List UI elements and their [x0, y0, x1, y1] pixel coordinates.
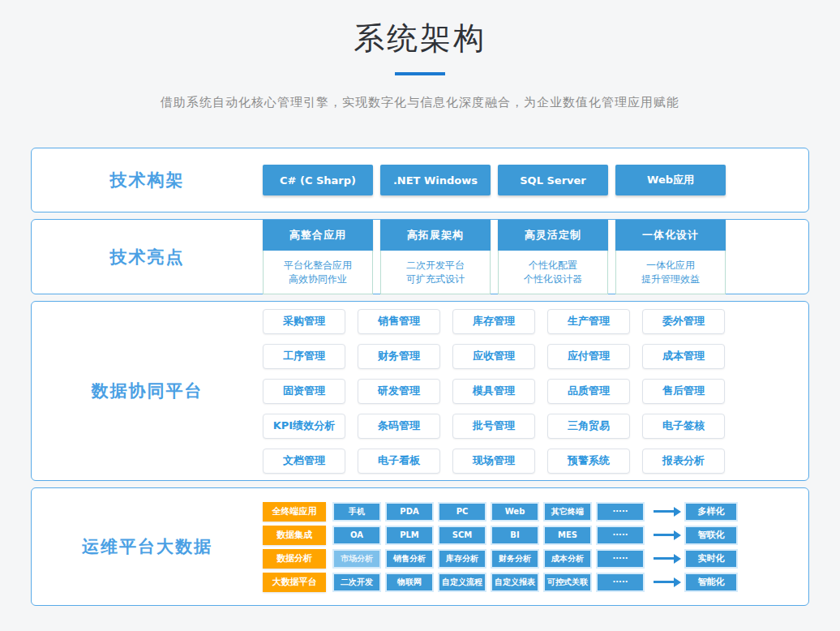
- bigdata-item-button[interactable]: 销售分析: [385, 549, 434, 569]
- bigdata-item-button[interactable]: 二次开发: [332, 573, 381, 592]
- module-button[interactable]: 财务管理: [358, 344, 440, 369]
- module-button[interactable]: 研发管理: [358, 379, 440, 404]
- highlight-card-line: 高效协同作业: [289, 274, 347, 284]
- arrow-head: [674, 577, 681, 587]
- section-label-tech-stack: 技术构架: [32, 148, 263, 212]
- module-button[interactable]: 固资管理: [263, 379, 345, 404]
- bigdata-item-button[interactable]: ·····: [596, 549, 645, 569]
- highlight-card-line: 可扩充式设计: [406, 274, 465, 284]
- module-button[interactable]: 批号管理: [452, 414, 535, 439]
- module-button[interactable]: 条码管理: [358, 414, 440, 439]
- bigdata-category-button[interactable]: 数据分析: [263, 549, 326, 569]
- bigdata-item-button[interactable]: 可控式关联: [543, 573, 592, 592]
- arrow-right-icon: [654, 530, 681, 540]
- module-button[interactable]: 应收管理: [452, 344, 535, 369]
- module-button[interactable]: 电子看板: [358, 449, 440, 474]
- bigdata-item-button[interactable]: 物联网: [385, 573, 434, 592]
- tech-stack-button[interactable]: Web应用: [615, 165, 726, 195]
- module-button[interactable]: 电子签核: [642, 414, 725, 439]
- module-button[interactable]: 应付管理: [547, 344, 630, 369]
- module-button[interactable]: 预警系统: [547, 449, 630, 474]
- highlight-card-line: 一体化应用: [646, 260, 695, 270]
- bigdata-category-button[interactable]: 大数据平台: [263, 573, 326, 592]
- bigdata-item-button[interactable]: BI: [491, 526, 539, 545]
- bigdata-item-button[interactable]: 市场分析: [332, 549, 381, 569]
- bigdata-item-button[interactable]: SCM: [438, 526, 486, 545]
- module-button[interactable]: 售后管理: [642, 379, 725, 404]
- bigdata-row: 数据集成OAPLMSCMBIMES·····智联化: [263, 526, 808, 545]
- bigdata-item-button[interactable]: 库存分析: [438, 549, 486, 569]
- highlight-cards: 高整合应用平台化整合应用高效协同作业高拓展架构二次开发平台可扩充式设计高灵活定制…: [263, 220, 808, 294]
- arrow-right-icon: [654, 507, 681, 517]
- highlight-card-body: 二次开发平台可扩充式设计: [380, 251, 491, 294]
- bigdata-item-button[interactable]: 成本分析: [543, 549, 592, 569]
- tech-stack-button[interactable]: SQL Server: [498, 165, 608, 195]
- section-tech-stack: 技术构架 C# (C Sharp).NET WindowsSQL ServerW…: [31, 148, 809, 212]
- module-button[interactable]: 委外管理: [642, 309, 725, 334]
- bigdata-item-button[interactable]: ·····: [596, 573, 645, 592]
- page-subtitle: 借助系统自动化核心管理引擎，实现数字化与信息化深度融合，为企业数值化管理应用赋能: [0, 95, 840, 110]
- highlight-card-line: 提升管理效益: [641, 274, 700, 284]
- tech-stack-button[interactable]: .NET Windows: [380, 165, 491, 195]
- module-button[interactable]: 生产管理: [547, 309, 630, 334]
- bigdata-rows: 全终端应用手机PDAPCWeb其它终端·····多样化数据集成OAPLMSCMB…: [263, 488, 808, 605]
- bigdata-item-button[interactable]: 自定义报表: [491, 573, 539, 592]
- page: 系统架构 借助系统自动化核心管理引擎，实现数字化与信息化深度融合，为企业数值化管…: [0, 0, 840, 631]
- module-button[interactable]: 报表分析: [642, 449, 725, 474]
- bigdata-item-button[interactable]: OA: [332, 526, 381, 545]
- highlight-card-body: 平台化整合应用高效协同作业: [263, 251, 373, 294]
- highlight-card-line: 个性化设计器: [524, 274, 582, 284]
- highlight-card-body: 个性化配置个性化设计器: [498, 251, 608, 294]
- bigdata-item-button[interactable]: 财务分析: [491, 549, 539, 569]
- bigdata-item-button[interactable]: ·····: [596, 502, 645, 522]
- module-button[interactable]: 采购管理: [263, 309, 345, 334]
- section-label-bigdata: 运维平台大数据: [32, 488, 263, 605]
- arrow-head: [674, 554, 681, 564]
- section-highlights: 技术亮点 高整合应用平台化整合应用高效协同作业高拓展架构二次开发平台可扩充式设计…: [31, 219, 809, 294]
- arrow-right-icon: [654, 577, 681, 587]
- highlight-card-line: 二次开发平台: [406, 260, 465, 270]
- section-bigdata: 运维平台大数据 全终端应用手机PDAPCWeb其它终端·····多样化数据集成O…: [31, 487, 809, 606]
- module-button[interactable]: 文档管理: [263, 449, 345, 474]
- bigdata-item-button[interactable]: PC: [438, 502, 486, 522]
- page-title: 系统架构: [0, 0, 840, 59]
- bigdata-item-button[interactable]: Web: [491, 502, 539, 522]
- module-button[interactable]: 销售管理: [358, 309, 440, 334]
- bigdata-item-button[interactable]: 手机: [332, 502, 381, 522]
- bigdata-result-button[interactable]: 智联化: [684, 526, 738, 545]
- highlight-card: 高整合应用平台化整合应用高效协同作业: [263, 220, 373, 294]
- highlight-card-line: 平台化整合应用: [284, 260, 352, 270]
- highlight-card-title: 高拓展架构: [380, 220, 491, 251]
- module-button[interactable]: 库存管理: [452, 309, 535, 334]
- bigdata-row: 全终端应用手机PDAPCWeb其它终端·····多样化: [263, 502, 808, 522]
- module-button[interactable]: 品质管理: [547, 379, 630, 404]
- bigdata-category-button[interactable]: 数据集成: [263, 526, 326, 545]
- module-button[interactable]: 工序管理: [263, 344, 345, 369]
- bigdata-item-button[interactable]: PDA: [385, 502, 434, 522]
- bigdata-result-button[interactable]: 多样化: [684, 502, 738, 522]
- bigdata-item-button[interactable]: 自定义流程: [438, 573, 486, 592]
- module-button[interactable]: 模具管理: [452, 379, 535, 404]
- module-button[interactable]: KPI绩效分析: [263, 414, 345, 439]
- arrow-shaft: [654, 581, 674, 583]
- arrow-right-icon: [654, 554, 681, 564]
- bigdata-item-button[interactable]: ·····: [596, 526, 645, 545]
- tech-stack-button[interactable]: C# (C Sharp): [263, 165, 373, 195]
- module-button[interactable]: 现场管理: [452, 449, 535, 474]
- bigdata-category-button[interactable]: 全终端应用: [263, 502, 326, 522]
- bigdata-row: 数据分析市场分析销售分析库存分析财务分析成本分析·····实时化: [263, 549, 808, 569]
- highlight-card: 一体化设计一体化应用提升管理效益: [615, 220, 726, 294]
- arrow-head: [674, 507, 681, 517]
- platform-module-grid: 采购管理销售管理库存管理生产管理委外管理工序管理财务管理应收管理应付管理成本管理…: [263, 302, 808, 480]
- bigdata-item-button[interactable]: MES: [543, 526, 592, 545]
- module-button[interactable]: 三角贸易: [547, 414, 630, 439]
- bigdata-item-button[interactable]: 其它终端: [543, 502, 592, 522]
- module-button[interactable]: 成本管理: [642, 344, 725, 369]
- highlight-card-title: 高整合应用: [263, 220, 373, 251]
- bigdata-result-button[interactable]: 智能化: [684, 573, 738, 592]
- bigdata-item-button[interactable]: PLM: [385, 526, 434, 545]
- arrow-shaft: [654, 534, 674, 536]
- arrow-shaft: [654, 557, 674, 560]
- bigdata-result-button[interactable]: 实时化: [684, 549, 738, 569]
- arrow-shaft: [654, 510, 674, 513]
